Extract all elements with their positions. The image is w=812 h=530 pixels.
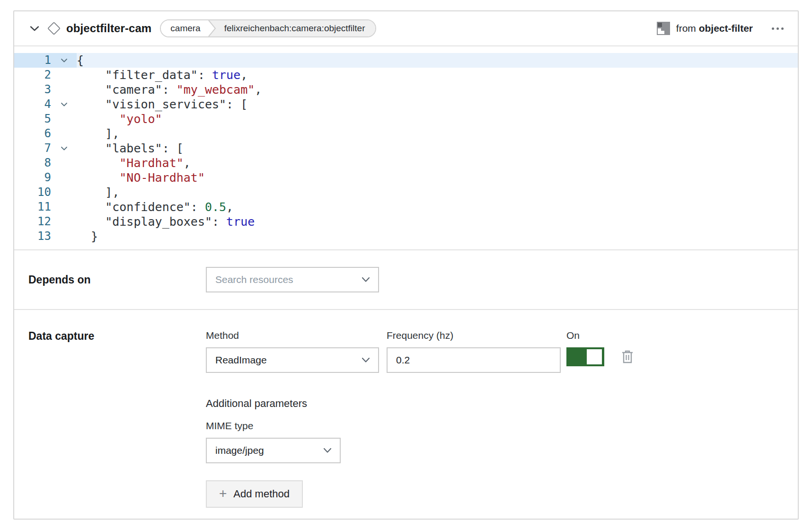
camera-component-icon xyxy=(47,22,61,35)
method-selected-value: ReadImage xyxy=(215,354,267,366)
code-line-content: "camera": "my_webcam", xyxy=(77,82,798,97)
code-line-content: "filter_data": true, xyxy=(77,68,798,82)
search-resources-placeholder: Search resources xyxy=(215,274,293,285)
code-line: 2 "filter_data": true, xyxy=(14,68,798,82)
line-number: 9 xyxy=(14,170,51,185)
code-line: 8 "Hardhat", xyxy=(14,156,798,170)
fold-gutter xyxy=(51,126,77,141)
add-method-button-label: Add method xyxy=(233,488,290,500)
line-number: 11 xyxy=(14,200,51,214)
mime-type-label: MIME type xyxy=(206,420,634,432)
line-number: 13 xyxy=(14,229,51,244)
fold-gutter xyxy=(51,229,77,244)
capture-on-toggle[interactable] xyxy=(566,347,604,366)
fold-gutter xyxy=(51,185,77,200)
code-line-content: "Hardhat", xyxy=(77,156,798,170)
collapse-chevron-icon[interactable] xyxy=(28,22,41,35)
add-method-button[interactable]: + Add method xyxy=(206,480,303,508)
method-label: Method xyxy=(206,330,379,341)
search-resources-select[interactable]: Search resources xyxy=(206,267,379,292)
additional-parameters-label: Additional parameters xyxy=(206,398,634,410)
line-number: 7 xyxy=(14,141,51,156)
depends-on-label: Depends on xyxy=(28,274,206,286)
fold-gutter xyxy=(51,156,77,170)
code-line: 7 "labels": [ xyxy=(14,141,798,156)
line-number: 10 xyxy=(14,185,51,200)
line-number: 6 xyxy=(14,126,51,141)
code-line-content: ], xyxy=(77,185,798,200)
fold-chevron-icon[interactable] xyxy=(51,97,77,112)
code-line: 12 "display_boxes": true xyxy=(14,214,798,229)
badge-divider-chevron-icon xyxy=(208,20,218,36)
code-line: 13 } xyxy=(14,229,798,244)
module-origin: from object-filter xyxy=(656,21,753,35)
chevron-down-icon xyxy=(362,277,370,282)
resource-type-badge: camera xyxy=(161,20,208,36)
fold-gutter xyxy=(51,170,77,185)
code-line: 3 "camera": "my_webcam", xyxy=(14,82,798,97)
line-number: 12 xyxy=(14,214,51,229)
line-number: 8 xyxy=(14,156,51,170)
mime-type-select[interactable]: image/jpeg xyxy=(206,438,341,463)
plus-icon: + xyxy=(219,487,227,500)
code-line-content: { xyxy=(77,53,798,68)
code-line: 9 "NO-Hardhat" xyxy=(14,170,798,185)
code-line: 5 "yolo" xyxy=(14,112,798,126)
json-config-editor[interactable]: 1{2 "filter_data": true,3 "camera": "my_… xyxy=(14,46,798,250)
line-number: 4 xyxy=(14,97,51,112)
code-line: 10 ], xyxy=(14,185,798,200)
code-line: 11 "confidence": 0.5, xyxy=(14,200,798,214)
line-number: 1 xyxy=(14,53,51,68)
on-label: On xyxy=(566,330,634,341)
code-line-content: "display_boxes": true xyxy=(77,214,798,229)
code-line-content: "vision_services": [ xyxy=(77,97,798,112)
code-line: 4 "vision_services": [ xyxy=(14,97,798,112)
resource-type-model-badge: camera felixreichenbach:camera:objectfil… xyxy=(160,19,376,37)
resource-model-badge: felixreichenbach:camera:objectfilter xyxy=(218,20,376,36)
code-line-content: ], xyxy=(77,126,798,141)
frequency-label: Frequency (hz) xyxy=(387,330,561,341)
resource-name: objectfilter-cam xyxy=(66,22,151,35)
line-number: 2 xyxy=(14,68,51,82)
code-line-content: "yolo" xyxy=(77,112,798,126)
fold-chevron-icon[interactable] xyxy=(51,141,77,156)
chevron-down-icon xyxy=(362,358,370,362)
code-line: 1{ xyxy=(14,53,798,68)
resource-card: objectfilter-cam camera felixreichenbach… xyxy=(13,10,799,520)
trash-icon xyxy=(621,350,634,363)
fold-gutter xyxy=(51,82,77,97)
data-capture-section: Data capture Method ReadImage Frequency … xyxy=(14,310,798,508)
line-number: 5 xyxy=(14,112,51,126)
code-line-content: } xyxy=(77,229,798,244)
frequency-input[interactable] xyxy=(387,347,561,373)
overflow-menu-button[interactable] xyxy=(771,25,785,33)
fold-gutter xyxy=(51,200,77,214)
resource-card-header: objectfilter-cam camera felixreichenbach… xyxy=(14,11,798,46)
code-line-content: "NO-Hardhat" xyxy=(77,170,798,185)
data-capture-label: Data capture xyxy=(28,330,206,508)
code-line-content: "labels": [ xyxy=(77,141,798,156)
fold-gutter xyxy=(51,214,77,229)
method-select[interactable]: ReadImage xyxy=(206,347,379,373)
line-number: 3 xyxy=(14,82,51,97)
code-line-content: "confidence": 0.5, xyxy=(77,200,798,214)
delete-method-button[interactable] xyxy=(621,350,634,365)
fold-chevron-icon[interactable] xyxy=(51,53,77,68)
module-origin-text: from object-filter xyxy=(676,23,753,34)
data-capture-fields: Method ReadImage Frequency (hz) On xyxy=(206,330,634,508)
chevron-down-icon xyxy=(324,448,331,453)
mime-type-selected-value: image/jpeg xyxy=(215,445,264,456)
fold-gutter xyxy=(51,68,77,82)
code-line: 6 ], xyxy=(14,126,798,141)
module-icon xyxy=(656,21,671,35)
depends-on-section: Depends on Search resources xyxy=(14,250,798,310)
fold-gutter xyxy=(51,112,77,126)
